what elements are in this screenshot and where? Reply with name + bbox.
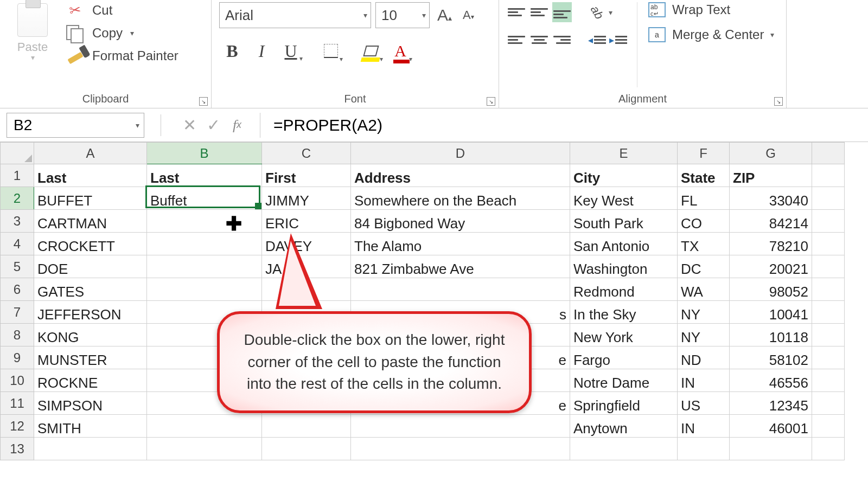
- cell-G6[interactable]: 98052: [730, 278, 812, 301]
- cell-H2[interactable]: [812, 187, 845, 210]
- align-bottom-button[interactable]: [552, 2, 572, 22]
- cell-F9[interactable]: ND: [678, 346, 730, 369]
- row-header-2[interactable]: 2: [1, 187, 34, 210]
- cell-C12[interactable]: [262, 415, 351, 438]
- cell-B5[interactable]: [147, 255, 262, 278]
- fill-color-button[interactable]: [358, 38, 384, 64]
- cell-F3[interactable]: CO: [678, 210, 730, 233]
- decrease-indent-button[interactable]: ◂: [588, 34, 606, 46]
- cell-A9[interactable]: MUNSTER: [34, 346, 147, 369]
- cell-A5[interactable]: DOE: [34, 255, 147, 278]
- grow-font-button[interactable]: A▴: [434, 6, 455, 24]
- cell-G5[interactable]: 20021: [730, 255, 812, 278]
- orientation-dropdown-icon[interactable]: ▾: [609, 8, 612, 17]
- font-size-combo[interactable]: 10▾: [375, 2, 430, 28]
- column-header-C[interactable]: C: [262, 143, 351, 164]
- row-header-1[interactable]: 1: [1, 164, 34, 187]
- row-header-10[interactable]: 10: [1, 369, 34, 392]
- cell-B1[interactable]: Last: [147, 164, 262, 187]
- cell-H3[interactable]: [812, 210, 845, 233]
- cell-E6[interactable]: Redmond: [570, 278, 678, 301]
- cell-A11[interactable]: SIMPSON: [34, 392, 147, 415]
- cell-D6[interactable]: [351, 278, 570, 301]
- cell-G8[interactable]: 10118: [730, 324, 812, 346]
- paste-dropdown-icon[interactable]: ▾: [31, 53, 35, 62]
- cell-A7[interactable]: JEFFERSON: [34, 301, 147, 324]
- cell-H1[interactable]: [812, 164, 845, 187]
- cell-F4[interactable]: TX: [678, 233, 730, 255]
- paste-button[interactable]: Paste ▾: [4, 2, 61, 87]
- formula-input[interactable]: =PROPER(A2): [260, 113, 861, 138]
- cell-F1[interactable]: State: [678, 164, 730, 187]
- cell-B6[interactable]: [147, 278, 262, 301]
- cell-H11[interactable]: [812, 392, 845, 415]
- cell-G13[interactable]: [730, 438, 812, 460]
- underline-button[interactable]: U: [278, 38, 304, 64]
- cell-D5[interactable]: 821 Zimbabwe Ave: [351, 255, 570, 278]
- cell-B4[interactable]: [147, 233, 262, 255]
- borders-button[interactable]: [318, 38, 344, 64]
- increase-indent-button[interactable]: ▸: [609, 34, 627, 46]
- cut-button[interactable]: ✂ Cut: [66, 2, 207, 18]
- cell-F11[interactable]: US: [678, 392, 730, 415]
- orientation-button[interactable]: [588, 5, 605, 20]
- cell-D12[interactable]: [351, 415, 570, 438]
- cell-F12[interactable]: IN: [678, 415, 730, 438]
- cell-G2[interactable]: 33040: [730, 187, 812, 210]
- chevron-down-icon[interactable]: ▾: [136, 121, 139, 130]
- cell-H9[interactable]: [812, 346, 845, 369]
- clipboard-launcher-icon[interactable]: ↘: [199, 97, 208, 106]
- cell-C13[interactable]: [262, 438, 351, 460]
- cell-E12[interactable]: Anytown: [570, 415, 678, 438]
- cell-B12[interactable]: [147, 415, 262, 438]
- cell-H6[interactable]: [812, 278, 845, 301]
- cell-E13[interactable]: [570, 438, 678, 460]
- copy-dropdown-icon[interactable]: ▾: [130, 29, 134, 37]
- cell-A13[interactable]: [34, 438, 147, 460]
- align-left-button[interactable]: [507, 32, 526, 48]
- align-top-button[interactable]: [507, 4, 526, 20]
- cell-H12[interactable]: [812, 415, 845, 438]
- cell-B2[interactable]: Buffet: [147, 187, 262, 210]
- align-middle-button[interactable]: [529, 2, 549, 22]
- copy-button[interactable]: Copy ▾: [66, 25, 207, 41]
- cell-H10[interactable]: [812, 369, 845, 392]
- cell-E8[interactable]: New York: [570, 324, 678, 346]
- column-header-A[interactable]: A: [34, 143, 147, 164]
- row-header-3[interactable]: 3: [1, 210, 34, 233]
- cell-F10[interactable]: IN: [678, 369, 730, 392]
- cell-E5[interactable]: Washington: [570, 255, 678, 278]
- cell-H4[interactable]: [812, 233, 845, 255]
- italic-button[interactable]: I: [248, 38, 275, 64]
- column-header-D[interactable]: D: [351, 143, 570, 164]
- merge-dropdown-icon[interactable]: ▾: [770, 30, 774, 39]
- cell-D3[interactable]: 84 Bigboned Way: [351, 210, 570, 233]
- wrap-text-button[interactable]: Wrap Text: [648, 2, 774, 17]
- select-all-corner[interactable]: [1, 143, 34, 164]
- cell-G7[interactable]: 10041: [730, 301, 812, 324]
- accept-formula-button[interactable]: ✓: [201, 113, 225, 137]
- cell-A3[interactable]: CARTMAN: [34, 210, 147, 233]
- cell-D2[interactable]: Somewhere on the Beach: [351, 187, 570, 210]
- cell-E7[interactable]: In the Sky: [570, 301, 678, 324]
- align-center-button[interactable]: [529, 32, 549, 48]
- row-header-7[interactable]: 7: [1, 301, 34, 324]
- cell-D4[interactable]: The Alamo: [351, 233, 570, 255]
- shrink-font-button[interactable]: A▾: [459, 8, 477, 22]
- format-painter-button[interactable]: Format Painter: [66, 48, 207, 64]
- cell-A1[interactable]: Last: [34, 164, 147, 187]
- cell-C2[interactable]: JIMMY: [262, 187, 351, 210]
- bold-button[interactable]: B: [219, 38, 245, 64]
- cell-F13[interactable]: [678, 438, 730, 460]
- cell-C3[interactable]: ERIC: [262, 210, 351, 233]
- name-box[interactable]: B2 ▾: [7, 113, 144, 138]
- cell-F6[interactable]: WA: [678, 278, 730, 301]
- row-header-8[interactable]: 8: [1, 324, 34, 346]
- cell-A2[interactable]: BUFFET: [34, 187, 147, 210]
- cell-G3[interactable]: 84214: [730, 210, 812, 233]
- cell-F7[interactable]: NY: [678, 301, 730, 324]
- cell-B13[interactable]: [147, 438, 262, 460]
- cell-G11[interactable]: 12345: [730, 392, 812, 415]
- row-header-6[interactable]: 6: [1, 278, 34, 301]
- font-color-button[interactable]: A: [387, 38, 413, 64]
